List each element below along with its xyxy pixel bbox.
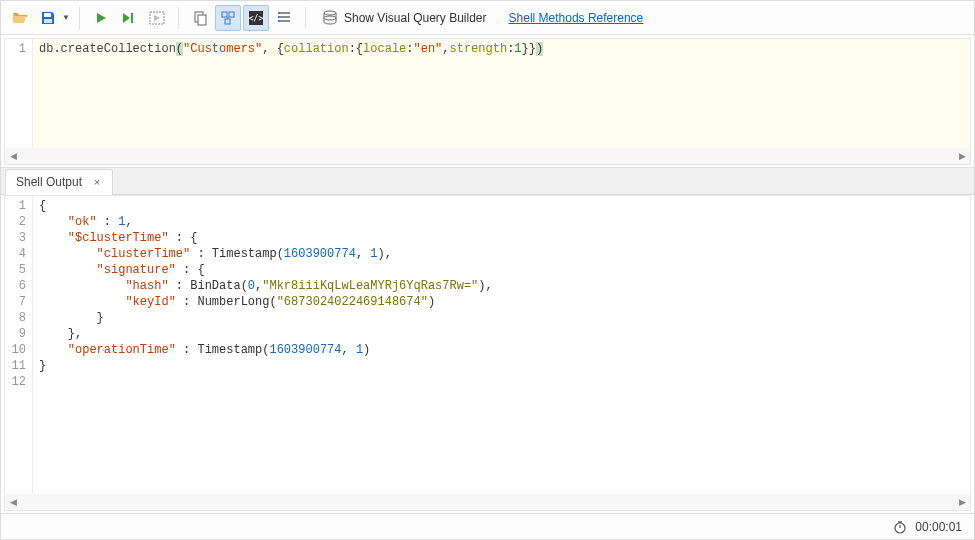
line-number: 1 <box>7 41 26 57</box>
svg-rect-2 <box>131 13 133 23</box>
toolbar: ▼ </> Show Visual Query Builder Shell Me… <box>1 1 974 35</box>
output-horizontal-scrollbar[interactable]: ◀ ▶ <box>5 494 970 510</box>
output-content: { "ok" : 1, "$clusterTime" : { "clusterT… <box>33 196 970 494</box>
output-tab-strip: Shell Output × <box>1 167 974 195</box>
tree-icon <box>220 10 236 26</box>
code-line: }, <box>39 326 964 342</box>
folder-open-icon <box>12 10 28 26</box>
run-button[interactable] <box>88 5 114 31</box>
line-number: 6 <box>7 278 26 294</box>
copy-icon <box>192 10 208 26</box>
elapsed-time: 00:00:01 <box>915 520 962 534</box>
code-line: "keyId" : NumberLong("687302402246914867… <box>39 294 964 310</box>
code-line: } <box>39 310 964 326</box>
output-gutter: 123456789101112 <box>5 196 33 494</box>
shell-reference-link[interactable]: Shell Methods Reference <box>509 11 644 25</box>
separator <box>178 7 179 29</box>
copy-button[interactable] <box>187 5 213 31</box>
toggle-list-button[interactable] <box>271 5 297 31</box>
editor-horizontal-scrollbar[interactable]: ◀ ▶ <box>5 148 970 164</box>
play-step-icon <box>121 11 137 25</box>
save-dropdown-arrow[interactable]: ▼ <box>61 13 71 22</box>
tab-label: Shell Output <box>16 175 82 189</box>
editor-pane: 1 db.createCollection("Customers", {coll… <box>4 38 971 165</box>
code-line: "$clusterTime" : { <box>39 230 964 246</box>
play-icon <box>94 11 108 25</box>
line-number: 5 <box>7 262 26 278</box>
scroll-right-icon[interactable]: ▶ <box>954 148 970 164</box>
svg-point-15 <box>278 12 280 14</box>
tab-shell-output[interactable]: Shell Output × <box>5 169 113 195</box>
line-number: 2 <box>7 214 26 230</box>
line-number: 7 <box>7 294 26 310</box>
visual-query-builder-button[interactable]: Show Visual Query Builder <box>314 5 495 31</box>
line-number: 9 <box>7 326 26 342</box>
line-number: 8 <box>7 310 26 326</box>
code-line: "operationTime" : Timestamp(1603900774, … <box>39 342 964 358</box>
code-line: } <box>39 358 964 374</box>
code-line: { <box>39 198 964 214</box>
toggle-tree-button[interactable] <box>215 5 241 31</box>
stopwatch-icon <box>893 520 907 534</box>
code-editor[interactable]: 1 db.createCollection("Customers", {coll… <box>5 39 970 148</box>
code-icon: </> <box>248 10 264 26</box>
visual-query-builder-label: Show Visual Query Builder <box>344 11 487 25</box>
svg-point-18 <box>324 11 336 15</box>
database-icon <box>322 10 338 26</box>
svg-rect-5 <box>198 15 206 25</box>
editor-gutter: 1 <box>5 39 33 148</box>
save-button[interactable] <box>35 5 61 31</box>
run-step-button[interactable] <box>116 5 142 31</box>
save-icon <box>40 10 56 26</box>
list-icon <box>276 10 292 26</box>
separator <box>79 7 80 29</box>
svg-point-17 <box>278 20 280 22</box>
editor-content[interactable]: db.createCollection("Customers", {collat… <box>33 39 970 148</box>
code-line: "hash" : BinData(0,"Mkr8iiiKqLwLeaMYRj6Y… <box>39 278 964 294</box>
toggle-code-button[interactable]: </> <box>243 5 269 31</box>
line-number: 10 <box>7 342 26 358</box>
line-number: 12 <box>7 374 26 390</box>
svg-text:</>: </> <box>249 14 264 23</box>
svg-point-16 <box>278 16 280 18</box>
scroll-right-icon[interactable]: ▶ <box>954 494 970 510</box>
svg-rect-7 <box>229 12 234 17</box>
run-selection-button[interactable] <box>144 5 170 31</box>
line-number: 11 <box>7 358 26 374</box>
scroll-left-icon[interactable]: ◀ <box>5 148 21 164</box>
code-line: "ok" : 1, <box>39 214 964 230</box>
open-file-button[interactable] <box>7 5 33 31</box>
play-selection-icon <box>149 11 165 25</box>
code-line <box>39 374 964 390</box>
code-line: "signature" : { <box>39 262 964 278</box>
tab-close-button[interactable]: × <box>90 175 104 189</box>
line-number: 4 <box>7 246 26 262</box>
line-number: 1 <box>7 198 26 214</box>
separator <box>305 7 306 29</box>
output-viewer[interactable]: 123456789101112 { "ok" : 1, "$clusterTim… <box>5 196 970 494</box>
output-pane: 123456789101112 { "ok" : 1, "$clusterTim… <box>4 195 971 511</box>
code-line: db.createCollection("Customers", {collat… <box>39 41 964 57</box>
svg-rect-6 <box>222 12 227 17</box>
scroll-left-icon[interactable]: ◀ <box>5 494 21 510</box>
svg-rect-1 <box>44 19 52 23</box>
svg-point-19 <box>324 16 336 20</box>
status-bar: 00:00:01 <box>1 513 974 539</box>
svg-rect-8 <box>225 19 230 24</box>
line-number: 3 <box>7 230 26 246</box>
code-line: "clusterTime" : Timestamp(1603900774, 1)… <box>39 246 964 262</box>
svg-rect-0 <box>44 13 51 17</box>
